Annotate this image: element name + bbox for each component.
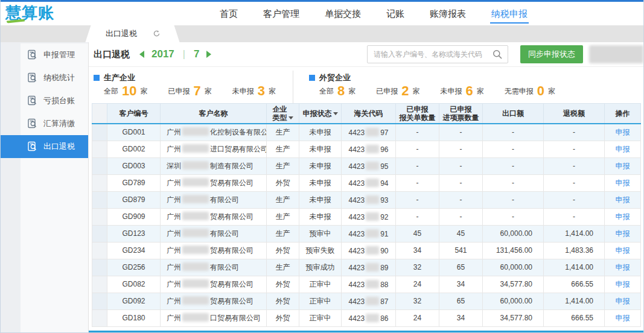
stat-group-title-text: 生产企业 xyxy=(104,72,135,83)
bottom-scroll-line[interactable] xyxy=(89,331,643,332)
row-select-cell[interactable] xyxy=(92,293,107,309)
sort-arrow-icon[interactable] xyxy=(289,116,293,119)
row-select-cell[interactable] xyxy=(92,191,107,208)
brand-logo-text: 慧算账 xyxy=(5,4,54,22)
top-navigation: 首页 客户管理 单据交接 记账 账簿报表 纳税申报 xyxy=(218,3,529,24)
stat-unit: 家 xyxy=(412,86,419,97)
top-nav-item[interactable]: 账簿报表 xyxy=(429,3,467,24)
tab-export-refund[interactable]: 出口退税 xyxy=(92,25,173,42)
declare-link[interactable]: 申报 xyxy=(616,314,630,322)
action-cell: 申报 xyxy=(605,242,641,259)
header-enterprise-type[interactable]: 企业类型 xyxy=(267,104,299,124)
row-select-cell[interactable] xyxy=(92,124,107,141)
customs-code-suffix: 96 xyxy=(380,145,388,154)
row-select-cell[interactable] xyxy=(92,309,107,326)
declare-link[interactable]: 申报 xyxy=(616,179,630,187)
period-separator: | xyxy=(183,49,185,60)
declare-link[interactable]: 申报 xyxy=(616,246,630,255)
customer-name-suffix: 制造有限公司 xyxy=(210,162,253,170)
enterprise-type-cell: 生产 xyxy=(267,208,299,225)
declare-status-cell: 正审中 xyxy=(299,276,342,293)
stat-unit: 家 xyxy=(205,86,212,97)
sidebar-item-label: 亏损台账 xyxy=(43,95,75,106)
next-month-arrow-icon[interactable] xyxy=(206,51,211,58)
refund-amount-cell: - xyxy=(544,141,605,157)
header-declare-status[interactable]: 申报状态 xyxy=(299,104,342,124)
stat-group-title-text: 外贸企业 xyxy=(319,72,351,83)
declare-link[interactable]: 申报 xyxy=(616,229,630,238)
customer-id-cell: GD256 xyxy=(107,259,161,276)
customer-name-cell: 广州贸易有限公司 xyxy=(161,276,267,293)
top-nav-item[interactable]: 纳税申报 xyxy=(490,3,529,24)
action-cell: 申报 xyxy=(605,157,641,174)
prev-month-arrow-icon[interactable] xyxy=(139,51,144,58)
customer-name-prefix: 广州 xyxy=(167,263,181,271)
top-nav-item[interactable]: 记账 xyxy=(385,3,406,24)
row-select-cell[interactable] xyxy=(92,276,107,293)
row-select-cell[interactable] xyxy=(92,174,107,191)
customs-code-suffix: 93 xyxy=(380,196,388,205)
row-select-cell[interactable] xyxy=(92,259,107,276)
action-cell: 申报 xyxy=(605,276,641,293)
declared-forms-cell: - xyxy=(396,191,439,208)
sync-status-button[interactable]: 同步申报状态 xyxy=(520,45,583,63)
declared-forms-cell: - xyxy=(396,141,439,157)
customs-code-suffix: 87 xyxy=(380,297,388,306)
header-export-amount: 出口额 xyxy=(483,104,544,124)
stat-label: 未申报 xyxy=(232,86,254,97)
declare-link[interactable]: 申报 xyxy=(616,297,630,305)
customs-code-cell: 442395 xyxy=(342,157,396,174)
customer-name-prefix: 深圳 xyxy=(167,162,181,170)
row-select-cell[interactable] xyxy=(92,157,107,174)
row-select-cell[interactable] xyxy=(92,141,107,157)
declared-forms-cell: 34 xyxy=(396,242,439,259)
export-amount-cell: 60,000.00 xyxy=(483,293,544,309)
sidebar-item[interactable]: 汇算清缴 xyxy=(21,112,88,135)
row-select-cell[interactable] xyxy=(92,242,107,259)
row-select-cell[interactable] xyxy=(92,208,107,225)
declare-link[interactable]: 申报 xyxy=(616,162,630,170)
toolbar-right: 同步申报状态 xyxy=(367,45,643,63)
customs-code-prefix: 4423 xyxy=(348,281,365,289)
top-nav-item[interactable]: 单据交接 xyxy=(324,3,362,24)
search-icon[interactable] xyxy=(493,49,502,59)
customer-id-cell: GD002 xyxy=(107,141,161,157)
declare-link[interactable]: 申报 xyxy=(616,195,630,204)
sidebar-item[interactable]: 纳税统计 xyxy=(21,66,88,89)
row-select-cell[interactable] xyxy=(92,225,107,242)
redacted-name-segment xyxy=(182,127,209,136)
top-nav-item[interactable]: 客户管理 xyxy=(262,3,301,24)
customer-id-cell: GD003 xyxy=(107,157,161,174)
customs-code-suffix: 91 xyxy=(380,230,388,238)
refund-amount-cell: - xyxy=(544,124,605,141)
action-cell: 申报 xyxy=(605,141,641,157)
sidebar-item[interactable]: 亏损台账 xyxy=(21,89,88,112)
declared-invoices-cell: 65 xyxy=(439,293,483,309)
sort-arrow-icon[interactable] xyxy=(333,112,338,115)
customer-table-wrap: 客户编号 客户名称 企业类型 申报状态 海关代码 已申报报关单数量 已申报进项票… xyxy=(89,103,643,331)
customer-name-suffix: 贸易有限公司 xyxy=(210,179,253,187)
top-nav-item[interactable]: 首页 xyxy=(218,3,239,24)
header-declared-forms: 已申报报关单数量 xyxy=(396,104,439,124)
refund-amount-cell: - xyxy=(544,157,605,174)
declare-link[interactable]: 申报 xyxy=(616,263,630,271)
sidebar-item[interactable]: 申报管理 xyxy=(21,43,88,66)
refresh-icon[interactable] xyxy=(153,30,161,38)
declare-link[interactable]: 申报 xyxy=(616,128,630,136)
stat-value: 6 xyxy=(465,84,473,98)
brand-logo[interactable]: 慧算账 xyxy=(1,2,63,25)
table-row: GD909 广州贸易有限公司 生产 未申报 442392 - - - - 申报 xyxy=(92,208,641,225)
customer-name-suffix: 贸易有限公司 xyxy=(210,280,253,288)
redacted-code-segment xyxy=(366,297,379,305)
customer-name-suffix: 有限公司 xyxy=(210,229,239,238)
enterprise-type-cell: 外贸 xyxy=(267,174,299,191)
declare-link[interactable]: 申报 xyxy=(616,280,630,288)
sidebar-item[interactable]: 出口退税 xyxy=(1,135,88,158)
stat-value: 8 xyxy=(337,84,345,98)
customer-id-cell: GD082 xyxy=(107,276,161,293)
stat-unit: 家 xyxy=(548,86,555,97)
customer-name-suffix: 化控制设备有限公司 xyxy=(210,128,267,136)
search-input[interactable] xyxy=(368,50,493,59)
declare-link[interactable]: 申报 xyxy=(616,145,630,153)
declare-link[interactable]: 申报 xyxy=(616,212,630,221)
